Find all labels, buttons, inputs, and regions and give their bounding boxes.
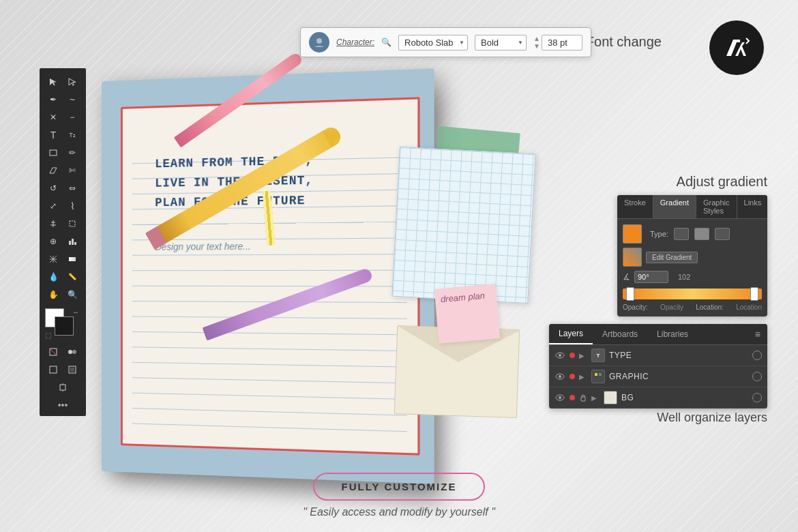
gradient-tabs: Stroke Gradient Graphic Styles Links ≡ <box>617 195 767 219</box>
grid-paper <box>391 147 535 304</box>
remove-anchor-tool[interactable]: − <box>63 109 81 125</box>
default-colors-icon[interactable]: ⬚ <box>45 331 53 340</box>
gradient-handle-right[interactable] <box>750 287 758 301</box>
svg-line-7 <box>50 349 57 355</box>
layers-tab-layers[interactable]: Layers <box>549 324 593 344</box>
warp-tool[interactable]: ⌇ <box>63 198 81 214</box>
main-illustration: LEARN FROM THE PAST, LIVE IN THE PRESENT… <box>41 41 573 505</box>
logo-badge <box>709 20 764 75</box>
layer-graphic-expand[interactable]: ▶ <box>579 373 587 381</box>
svg-rect-2 <box>69 241 71 245</box>
gradient-angle-input[interactable] <box>634 271 668 283</box>
layer-row-type[interactable]: ▶ T TYPE <box>549 345 767 366</box>
gradient-freeform-btn[interactable] <box>715 228 730 240</box>
rect-tool[interactable] <box>44 145 62 161</box>
gradient-bar[interactable] <box>623 289 762 299</box>
svg-point-17 <box>718 29 756 67</box>
svg-point-8 <box>68 350 72 354</box>
color-swatches-area: ↔ ⬚ <box>42 308 83 340</box>
direct-select-tool[interactable] <box>63 74 81 90</box>
symbol-sprayer-tool[interactable]: ⊕ <box>44 233 62 250</box>
layers-menu-btn[interactable]: ≡ <box>748 324 767 344</box>
artboard-tool[interactable] <box>54 379 72 396</box>
gradient-linear-btn[interactable] <box>674 228 689 240</box>
gradient-tab-gradient[interactable]: Gradient <box>653 195 696 218</box>
layer-bg-expand[interactable]: ▶ <box>591 394 600 402</box>
type-tool[interactable]: T <box>44 127 62 143</box>
toolbar-row-3: ✕ − <box>42 109 83 125</box>
fully-customize-button[interactable]: FULLY CUSTOMIZE <box>313 473 486 501</box>
gradient-panel: Stroke Gradient Graphic Styles Links ≡ T… <box>617 195 767 316</box>
background-swatch[interactable] <box>55 316 74 336</box>
font-size-select[interactable]: 38 pt 24 pt 48 pt <box>542 35 582 50</box>
color-mode[interactable] <box>63 344 81 360</box>
font-name-select-wrapper: Roboto Slab <box>398 35 468 50</box>
rotate-tool[interactable]: ↺ <box>44 180 62 196</box>
font-weight-select-wrapper: Bold Regular Italic <box>475 35 527 50</box>
curvature-tool[interactable]: ~ <box>63 91 81 108</box>
gradient-location-value: Location <box>736 304 762 311</box>
layer-graphic-thumb <box>591 370 605 383</box>
layer-graphic-name: GRAPHIC <box>609 372 748 381</box>
free-transform-tool[interactable] <box>63 216 81 232</box>
zoom-tool[interactable]: 🔍 <box>63 286 81 303</box>
layer-type-expand[interactable]: ▶ <box>579 352 587 359</box>
draw-behind-mode[interactable] <box>63 361 81 378</box>
layer-row-bg[interactable]: ▶ BG <box>549 387 767 409</box>
notebook: LEARN FROM THE PAST, LIVE IN THE PRESENT… <box>102 68 434 484</box>
toolbar-row-13: ✋ 🔍 <box>42 286 83 303</box>
gradient-tool[interactable] <box>63 251 81 267</box>
eraser-tool[interactable] <box>44 162 62 179</box>
add-anchor-tool[interactable]: ✕ <box>44 109 62 125</box>
swap-colors-icon[interactable]: ↔ <box>72 308 80 316</box>
font-panel: Character: 🔍 Roboto Slab Bold Regular It… <box>300 27 591 57</box>
layers-tab-libraries[interactable]: Libraries <box>647 325 698 344</box>
reflect-tool[interactable]: ⇔ <box>63 180 81 196</box>
gradient-tab-links[interactable]: Links <box>737 195 767 218</box>
svg-rect-12 <box>70 368 74 372</box>
layer-type-visibility[interactable] <box>555 351 565 359</box>
svg-rect-10 <box>50 366 57 373</box>
layer-bg-circle <box>752 393 762 402</box>
layers-section: Layers Artboards Libraries ≡ ▶ T TYPE <box>549 324 767 409</box>
column-graph-tool[interactable] <box>63 233 81 250</box>
layer-row-graphic[interactable]: ▶ GRAPHIC <box>549 366 767 387</box>
toolbar-row-10: ⊕ <box>42 233 83 250</box>
gradient-handle-left[interactable] <box>626 287 634 301</box>
paint-bucket-none[interactable] <box>44 344 62 360</box>
gradient-radial-btn[interactable] <box>694 228 709 240</box>
scale-tool[interactable]: ⤢ <box>44 198 62 214</box>
well-organize-layers-label: Well organize layers <box>549 411 767 425</box>
toolbar-row-4: T T₂ <box>42 127 83 143</box>
width-tool[interactable] <box>44 216 62 232</box>
svg-rect-4 <box>74 242 76 245</box>
toolbar: ✒ ~ ✕ − T T₂ ✏ ✄ ↺ <box>40 68 86 416</box>
eyedropper-tool[interactable]: 💧 <box>44 269 62 285</box>
dream-note: dream plan <box>434 284 501 344</box>
mesh-tool[interactable] <box>44 251 62 267</box>
select-tool[interactable] <box>44 74 62 90</box>
layers-tab-artboards[interactable]: Artboards <box>593 325 647 344</box>
layer-graphic-visibility[interactable] <box>555 372 565 381</box>
gradient-preview <box>623 248 642 267</box>
gradient-panel-body: Type: Edit Gradient ∡ 102 <box>617 219 767 316</box>
font-name-select[interactable]: Roboto Slab <box>398 35 468 50</box>
gradient-tab-stroke[interactable]: Stroke <box>617 195 653 218</box>
toolbar-more[interactable]: ••• <box>58 400 68 411</box>
gradient-section: Adjust gradient Stroke Gradient Graphic … <box>617 174 767 316</box>
touch-type-tool[interactable]: T₂ <box>63 127 81 143</box>
hand-tool[interactable]: ✋ <box>44 286 62 303</box>
gradient-type-label: Type: <box>650 230 668 238</box>
pen-tool[interactable]: ✒ <box>44 91 62 108</box>
gradient-color-swatch[interactable] <box>623 224 642 243</box>
font-weight-select[interactable]: Bold Regular Italic <box>475 35 527 50</box>
font-size-field: ▲ ▼ 38 pt 24 pt 48 pt <box>533 35 582 50</box>
gradient-edit-button[interactable]: Edit Gradient <box>646 252 698 263</box>
scissors-tool[interactable]: ✄ <box>63 162 81 179</box>
gradient-type-row: Type: <box>623 224 762 243</box>
pencil-tool[interactable]: ✏ <box>63 145 81 161</box>
draw-normal-mode[interactable] <box>44 361 62 378</box>
gradient-tab-graphic-styles[interactable]: Graphic Styles <box>696 195 737 218</box>
layer-bg-visibility[interactable] <box>555 394 565 402</box>
measure-tool[interactable]: 📏 <box>63 269 81 285</box>
